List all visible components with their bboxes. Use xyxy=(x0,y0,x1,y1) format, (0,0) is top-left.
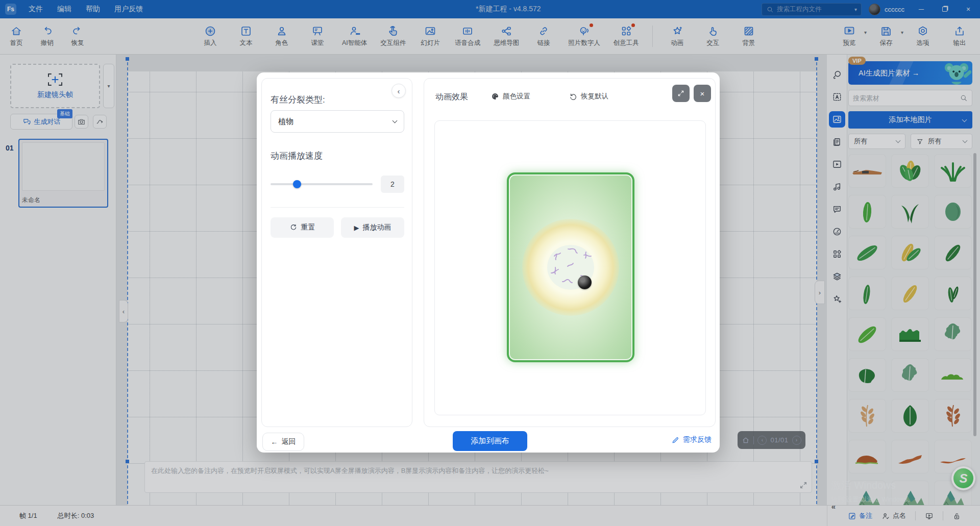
restore-default-label: 恢复默认 xyxy=(581,92,608,101)
back-button[interactable]: ← 返回 xyxy=(262,433,304,451)
panel-back-button[interactable]: ‹ xyxy=(391,84,406,98)
play-label: 播放动画 xyxy=(363,223,391,232)
palette-icon xyxy=(491,92,500,101)
nucleus-ball xyxy=(578,275,592,289)
mitosis-cell-card xyxy=(507,172,634,362)
back-label: 返回 xyxy=(282,437,296,446)
reset-icon xyxy=(289,223,298,232)
speed-slider-thumb[interactable] xyxy=(293,180,301,188)
dialog-close-button[interactable]: × xyxy=(694,85,711,102)
reset-label: 重置 xyxy=(301,223,315,232)
play-animation-button[interactable]: ▶ 播放动画 xyxy=(341,217,404,238)
reset-button[interactable]: 重置 xyxy=(271,217,334,238)
animation-preview-stage xyxy=(434,120,706,415)
speed-slider-row: 2 xyxy=(271,176,404,193)
mitosis-type-select[interactable]: 植物 xyxy=(271,110,404,133)
settings-divider xyxy=(271,207,404,208)
chromosomes-graphic xyxy=(540,237,601,298)
arrow-left-icon: ← xyxy=(271,438,278,446)
restore-default-button[interactable]: 恢复默认 xyxy=(569,92,608,101)
mitosis-type-value: 植物 xyxy=(278,117,293,127)
animation-dialog: ‹ 有丝分裂类型: 植物 动画播放速度 2 重置 ▶ xyxy=(257,72,720,453)
feedback-label: 需求反馈 xyxy=(683,435,712,444)
speed-value: 2 xyxy=(381,176,404,193)
feedback-link[interactable]: 需求反馈 xyxy=(671,435,712,444)
expand-icon xyxy=(677,89,685,97)
color-settings-label: 颜色设置 xyxy=(503,92,530,101)
fullscreen-button[interactable] xyxy=(672,85,690,102)
preview-header: 动画效果 颜色设置 恢复默认 × xyxy=(424,79,715,111)
animation-settings-card: ‹ 有丝分裂类型: 植物 动画播放速度 2 重置 ▶ xyxy=(261,78,412,427)
chevron-down-icon xyxy=(393,118,398,123)
animation-preview-card: 动画效果 颜色设置 恢复默认 × xyxy=(424,78,716,427)
app-window: Fs 文件编辑帮助用户反馈 *新建工程 - v4.8.572 ▾ cccccc … xyxy=(0,0,980,526)
speed-slider[interactable] xyxy=(271,183,373,185)
speed-label: 动画播放速度 xyxy=(271,150,323,162)
color-settings-button[interactable]: 颜色设置 xyxy=(491,92,530,101)
add-to-canvas-button[interactable]: 添加到画布 xyxy=(453,431,527,451)
mitosis-type-label: 有丝分裂类型: xyxy=(271,94,325,106)
pencil-icon xyxy=(671,436,680,444)
settings-buttons: 重置 ▶ 播放动画 xyxy=(271,217,404,238)
preview-title: 动画效果 xyxy=(435,92,468,103)
play-icon: ▶ xyxy=(354,224,359,232)
restore-icon xyxy=(569,92,578,101)
